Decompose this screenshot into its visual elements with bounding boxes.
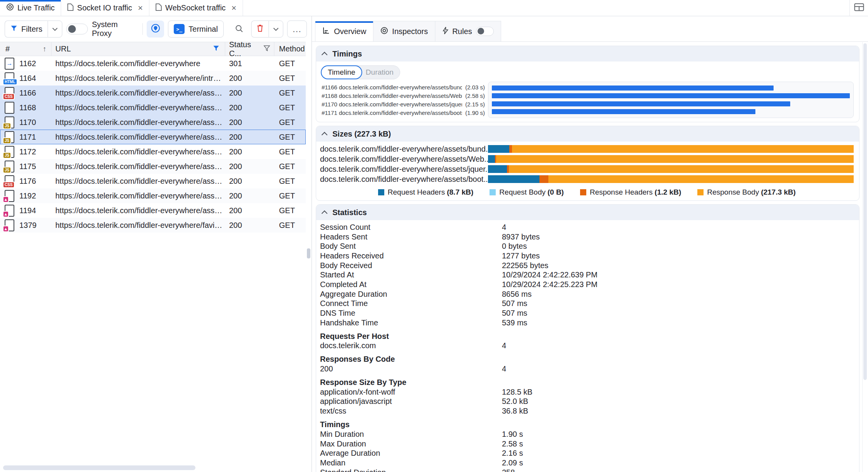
- session-toolbar: Filters System Proxy >_ Terminal: [0, 16, 312, 42]
- legend-item: Response Headers(1.2 kB): [580, 188, 681, 197]
- filters-dropdown-button[interactable]: [48, 21, 62, 38]
- stat-label: Headers Received: [320, 251, 502, 260]
- column-header-url[interactable]: URL: [51, 42, 225, 56]
- detail-scrollbar-thumb[interactable]: [863, 43, 867, 380]
- terminal-label: Terminal: [188, 25, 218, 34]
- table-row[interactable]: 1379 https://docs.telerik.com/fiddler-ev…: [0, 218, 306, 233]
- tab-label: WebSocket traffic: [165, 3, 226, 12]
- table-row[interactable]: 1172 https://docs.telerik.com/fiddler-ev…: [0, 144, 306, 159]
- file-type-badge: [3, 123, 11, 129]
- table-row[interactable]: 1164 https://docs.telerik.com/fiddler-ev…: [0, 71, 306, 86]
- table-row[interactable]: 1176 https://docs.telerik.com/fiddler-ev…: [0, 174, 306, 188]
- close-icon[interactable]: ×: [231, 4, 236, 12]
- session-status: 200: [225, 74, 274, 83]
- stat-label: Min Duration: [320, 430, 502, 439]
- toolbar-divider: [142, 23, 143, 35]
- legend-label: Request Headers: [388, 188, 445, 197]
- timings-section: Timings Timeline Duration #1166 docs.tel…: [316, 46, 859, 122]
- detail-scrollbar-track[interactable]: [862, 42, 867, 472]
- session-method: GET: [274, 221, 295, 230]
- stat-label: docs.telerik.com: [320, 341, 502, 350]
- response-body-segment: [548, 175, 854, 183]
- table-row[interactable]: 1171 https://docs.telerik.com/fiddler-ev…: [0, 130, 306, 144]
- stat-value: 0 bytes: [502, 242, 527, 251]
- stat-value: 36.8 kB: [502, 407, 528, 416]
- toggle-knob: [68, 25, 76, 33]
- fiddler-capture-button[interactable]: [147, 21, 164, 38]
- session-status: 301: [225, 59, 274, 68]
- file-type-icon: [5, 161, 14, 173]
- rules-toggle[interactable]: [476, 27, 494, 36]
- session-id: 1194: [19, 206, 36, 215]
- tab-socket-io-traffic[interactable]: Socket IO traffic ×: [61, 0, 149, 16]
- stat-label: Started At: [320, 270, 502, 279]
- size-row-label: docs.telerik.com/fiddler-everywhere/asse…: [320, 155, 488, 164]
- response-body-segment: [512, 145, 854, 153]
- table-row[interactable]: 1175 https://docs.telerik.com/fiddler-ev…: [0, 159, 306, 174]
- table-row[interactable]: 1170 https://docs.telerik.com/fiddler-ev…: [0, 115, 306, 130]
- response-size-by-type-heading: Response Size By Type: [320, 378, 854, 387]
- filters-button[interactable]: Filters: [5, 21, 48, 38]
- stat-label: Completed At: [320, 280, 502, 289]
- tab-inspectors[interactable]: Inspectors: [373, 21, 435, 41]
- column-header-status-code[interactable]: Status C...: [225, 42, 274, 56]
- table-row[interactable]: 1168 https://docs.telerik.com/fiddler-ev…: [0, 100, 306, 115]
- stat-value: 507 ms: [502, 299, 527, 308]
- table-row[interactable]: 1162 https://docs.telerik.com/fiddler-ev…: [0, 56, 306, 71]
- table-row[interactable]: 1194 https://docs.telerik.com/fiddler-ev…: [0, 203, 306, 218]
- record-target-icon: [6, 3, 14, 13]
- close-icon[interactable]: ×: [138, 4, 143, 12]
- sizes-section-header[interactable]: Sizes (227.3 kB): [316, 126, 859, 142]
- layout-toggle-button[interactable]: [849, 0, 868, 16]
- timeline-mode-pill[interactable]: Timeline: [321, 65, 362, 79]
- timings-section-header[interactable]: Timings: [316, 46, 859, 62]
- tab-overview[interactable]: Overview: [315, 21, 373, 41]
- stat-value: 10/29/2024 2:42:22.639 PM: [502, 270, 597, 279]
- system-proxy-label: System Proxy: [92, 20, 139, 38]
- column-header-number[interactable]: # ↑: [0, 42, 51, 56]
- session-url: https://docs.telerik.com/fiddler-everywh…: [51, 133, 225, 142]
- clear-sessions-button[interactable]: [251, 21, 269, 38]
- tab-label: Inspectors: [392, 27, 428, 36]
- column-label: #: [5, 44, 10, 53]
- search-button[interactable]: [231, 21, 247, 37]
- session-status: 200: [225, 118, 274, 127]
- terminal-button[interactable]: >_ Terminal: [168, 21, 224, 38]
- tab-rules[interactable]: Rules: [435, 21, 501, 41]
- system-proxy-toggle[interactable]: [66, 24, 88, 34]
- stat-row: application/x-font-woff128.5 kB: [320, 387, 854, 397]
- tab-websocket-traffic[interactable]: WebSocket traffic ×: [149, 0, 243, 16]
- filter-active-icon[interactable]: [213, 44, 219, 53]
- file-type-icon: [5, 205, 14, 217]
- horizontal-scrollbar-thumb[interactable]: [3, 465, 195, 470]
- file-type-icon: [5, 102, 14, 114]
- more-options-button[interactable]: …: [287, 21, 307, 38]
- stat-row: Handshake Time539 ms: [320, 318, 854, 328]
- vertical-scrollbar-thumb[interactable]: [307, 248, 310, 258]
- sort-ascending-icon: ↑: [43, 45, 47, 53]
- table-row[interactable]: 1166 https://docs.telerik.com/fiddler-ev…: [0, 86, 306, 100]
- table-row[interactable]: 1192 https://docs.telerik.com/fiddler-ev…: [0, 188, 306, 203]
- column-header-method[interactable]: Method: [274, 42, 306, 56]
- clear-sessions-dropdown-button[interactable]: [269, 21, 283, 38]
- response-headers-segment: [509, 145, 512, 153]
- stat-value: 507 ms: [502, 309, 527, 318]
- legend-value: (0 B): [548, 188, 564, 197]
- statistics-section-header[interactable]: Statistics: [316, 205, 859, 220]
- stat-value: 1277 bytes: [502, 251, 540, 260]
- session-id: 1176: [19, 177, 36, 186]
- stat-row: text/css36.8 kB: [320, 406, 854, 416]
- session-list-panel: Filters System Proxy >_ Terminal: [0, 16, 312, 472]
- session-url: https://docs.telerik.com/fiddler-everywh…: [51, 118, 225, 127]
- session-url: https://docs.telerik.com/fiddler-everywh…: [51, 162, 225, 171]
- filter-icon[interactable]: [264, 44, 270, 53]
- timeline-row-label: #1170 docs.telerik.com/fiddler-everywher…: [322, 101, 462, 108]
- stat-value: 10/29/2024 2:42:25.223 PM: [502, 280, 597, 289]
- tab-live-traffic[interactable]: Live Traffic: [0, 0, 61, 16]
- search-icon: [235, 24, 243, 34]
- stat-value: 2.09 s: [502, 458, 523, 467]
- session-status: 200: [225, 206, 274, 215]
- stat-value: 539 ms: [502, 318, 527, 327]
- session-url: https://docs.telerik.com/fiddler-everywh…: [51, 103, 225, 112]
- file-type-icon: [5, 175, 14, 187]
